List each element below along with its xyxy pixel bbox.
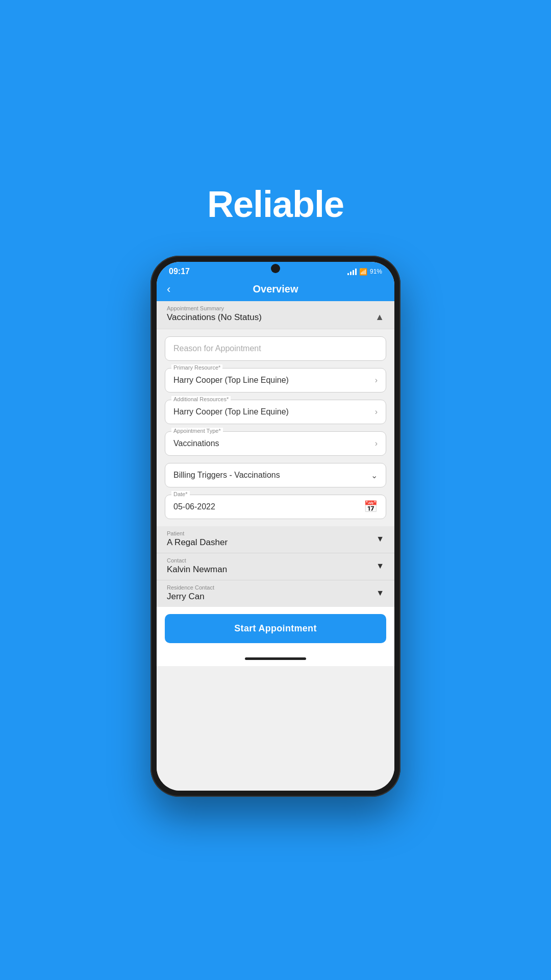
contact-value: Kalvin Newman bbox=[167, 565, 227, 574]
status-icons: 📶 91% bbox=[347, 268, 382, 276]
screen-content: Appointment Summary Vaccinations (No Sta… bbox=[157, 301, 394, 791]
residence-contact-label: Residence Contact bbox=[167, 584, 214, 591]
calendar-icon: 📅 bbox=[364, 500, 378, 513]
contact-label: Contact bbox=[167, 557, 227, 564]
date-field[interactable]: Date* 05-06-2022 📅 bbox=[165, 495, 386, 519]
additional-resources-label: Additional Resources* bbox=[171, 396, 231, 402]
residence-contact-value: Jerry Can bbox=[167, 592, 205, 601]
patient-chevron-icon: ▼ bbox=[376, 534, 384, 544]
residence-contact-chevron-icon: ▼ bbox=[376, 589, 384, 598]
additional-resources-value: Harry Cooper (Top Line Equine) bbox=[173, 407, 289, 416]
phone-screen: 09:17 📶 91% ‹ Overview Appoin bbox=[157, 262, 394, 791]
collapse-icon: ▲ bbox=[375, 312, 384, 323]
additional-resources-arrow-icon: › bbox=[375, 407, 378, 416]
contact-row[interactable]: Contact Kalvin Newman ▼ bbox=[157, 553, 394, 580]
home-indicator bbox=[157, 653, 394, 666]
back-button[interactable]: ‹ bbox=[167, 283, 170, 296]
appointment-type-field[interactable]: Appointment Type* Vaccinations › bbox=[165, 431, 386, 456]
nav-title: Overview bbox=[253, 283, 298, 295]
status-time: 09:17 bbox=[169, 267, 190, 276]
patient-section: Patient A Regal Dasher ▼ Contact Kalvin … bbox=[157, 526, 394, 607]
battery-text: 91% bbox=[370, 268, 382, 275]
page-background-title: Reliable bbox=[207, 183, 344, 225]
appointment-type-label: Appointment Type* bbox=[171, 428, 223, 434]
date-label: Date* bbox=[171, 491, 190, 497]
primary-resource-label: Primary Resource* bbox=[171, 364, 222, 371]
residence-contact-row[interactable]: Residence Contact Jerry Can ▼ bbox=[157, 580, 394, 607]
billing-triggers-chevron-icon: ⌄ bbox=[371, 471, 378, 480]
appt-summary-value: Vaccinations (No Status) bbox=[167, 312, 262, 322]
billing-triggers-field[interactable]: Billing Triggers - Vaccinations ⌄ bbox=[165, 463, 386, 487]
appt-summary-label: Appointment Summary bbox=[167, 305, 262, 311]
appointment-type-value: Vaccinations bbox=[173, 439, 219, 448]
wifi-icon: 📶 bbox=[359, 268, 367, 276]
reason-placeholder: Reason for Appointment bbox=[173, 344, 261, 353]
additional-resources-field[interactable]: Additional Resources* Harry Cooper (Top … bbox=[165, 400, 386, 424]
appointment-type-arrow-icon: › bbox=[375, 439, 378, 448]
primary-resource-value: Harry Cooper (Top Line Equine) bbox=[173, 376, 289, 384]
signal-bars-icon bbox=[347, 268, 357, 275]
camera-notch bbox=[271, 264, 280, 273]
home-bar bbox=[245, 657, 306, 660]
phone-shell: 09:17 📶 91% ‹ Overview Appoin bbox=[151, 256, 400, 797]
billing-triggers-value: Billing Triggers - Vaccinations bbox=[173, 471, 280, 479]
patient-row[interactable]: Patient A Regal Dasher ▼ bbox=[157, 526, 394, 553]
date-value: 05-06-2022 bbox=[173, 502, 215, 511]
start-button-container: Start Appointment bbox=[157, 607, 394, 653]
primary-resource-arrow-icon: › bbox=[375, 376, 378, 385]
primary-resource-field[interactable]: Primary Resource* Harry Cooper (Top Line… bbox=[165, 368, 386, 393]
nav-bar: ‹ Overview bbox=[157, 279, 394, 301]
appointment-summary-header[interactable]: Appointment Summary Vaccinations (No Sta… bbox=[157, 301, 394, 329]
patient-label: Patient bbox=[167, 530, 228, 536]
start-appointment-button[interactable]: Start Appointment bbox=[165, 614, 386, 643]
reason-for-appointment-field[interactable]: Reason for Appointment bbox=[165, 336, 386, 361]
contact-chevron-icon: ▼ bbox=[376, 561, 384, 571]
patient-value: A Regal Dasher bbox=[167, 537, 228, 547]
